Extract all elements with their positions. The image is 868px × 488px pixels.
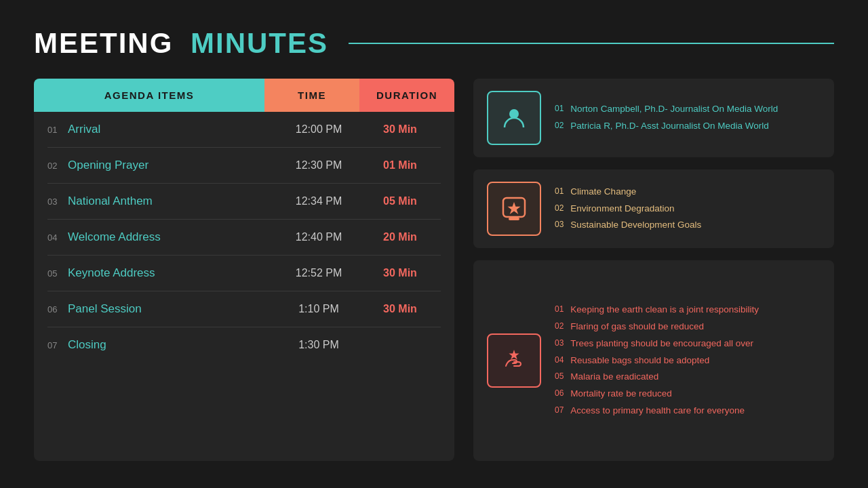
list-number: 03 [555, 220, 564, 229]
row-number: 07 [47, 340, 68, 350]
col-duration: DURATION [359, 79, 454, 112]
row-duration: 05 Min [359, 195, 441, 207]
card-recommendations: 01 Keeping the earth clean is a joint re… [473, 260, 834, 461]
row-duration: 20 Min [359, 231, 441, 243]
list-text: Sustainable Development Goals [570, 219, 701, 232]
list-number: 02 [555, 203, 564, 213]
recommendation-icon-box [487, 333, 541, 388]
agenda-body: 01 Arrival 12:00 PM 30 Min 02 Opening Pr… [34, 112, 454, 363]
svg-marker-2 [508, 202, 521, 214]
row-duration: 01 Min [359, 159, 441, 171]
header-line [349, 43, 834, 44]
topic-icon-box [487, 182, 541, 236]
list-text: Reusable bags should be adopted [570, 354, 709, 367]
list-text: Norton Campbell, Ph.D- Journalist On Med… [570, 103, 778, 116]
journalist-icon-box [487, 91, 541, 145]
list-number: 02 [555, 321, 564, 331]
row-time: 12:00 PM [278, 123, 359, 136]
card1-content: 01 Norton Campbell, Ph.D- Journalist On … [555, 103, 821, 133]
list-item: 04 Reusable bags should be adopted [555, 354, 821, 367]
row-number: 04 [47, 232, 68, 243]
list-number: 04 [555, 355, 564, 365]
main-content: AGENDA ITEMS TIME DURATION 01 Arrival 12… [34, 79, 834, 461]
list-item: 02 Patricia R, Ph.D- Asst Journalist On … [555, 120, 821, 133]
card2-content: 01 Climate Change 02 Environment Degrada… [555, 186, 821, 232]
person-icon [500, 104, 528, 131]
hand-star-icon [500, 347, 528, 374]
row-duration: 30 Min [359, 303, 441, 315]
card3-content: 01 Keeping the earth clean is a joint re… [555, 304, 821, 418]
row-item-name: National Anthem [68, 195, 278, 208]
title-teal: MINUTES [191, 27, 328, 59]
col-agenda-items: AGENDA ITEMS [34, 79, 264, 112]
list-item: 01 Keeping the earth clean is a joint re… [555, 304, 821, 317]
row-item-name: Welcome Address [68, 230, 278, 244]
row-item-name: Keynote Address [68, 266, 278, 280]
row-time: 12:52 PM [278, 267, 359, 279]
row-time: 12:34 PM [278, 195, 359, 207]
list-text: Climate Change [570, 186, 636, 199]
list-number: 05 [555, 371, 564, 381]
col-time: TIME [264, 79, 359, 112]
list-item: 03 Trees planting should be encouraged a… [555, 338, 821, 350]
table-row: 03 National Anthem 12:34 PM 05 Min [47, 184, 441, 220]
page-title: MEETING MINUTES [34, 27, 328, 60]
list-number: 01 [555, 104, 564, 113]
list-text: Patricia R, Ph.D- Asst Journalist On Med… [570, 120, 768, 133]
row-number: 01 [47, 125, 68, 135]
table-row: 04 Welcome Address 12:40 PM 20 Min [47, 220, 441, 256]
list-item: 06 Mortality rate be reduced [555, 388, 821, 401]
svg-rect-3 [509, 218, 519, 220]
card-topics: 01 Climate Change 02 Environment Degrada… [473, 169, 834, 248]
agenda-panel: AGENDA ITEMS TIME DURATION 01 Arrival 12… [34, 79, 454, 461]
row-time: 1:10 PM [278, 303, 359, 315]
list-number: 07 [555, 405, 564, 415]
list-number: 01 [555, 304, 564, 314]
row-item-name: Closing [68, 338, 278, 352]
row-duration: 30 Min [359, 267, 441, 279]
list-item: 03 Sustainable Development Goals [555, 219, 821, 232]
list-text: Trees planting should be encouraged all … [570, 338, 753, 350]
table-row: 01 Arrival 12:00 PM 30 Min [47, 112, 441, 148]
list-item: 05 Malaria be eradicated [555, 371, 821, 384]
right-panel: 01 Norton Campbell, Ph.D- Journalist On … [473, 79, 834, 461]
list-text: Mortality rate be reduced [570, 388, 671, 401]
list-item: 01 Norton Campbell, Ph.D- Journalist On … [555, 103, 821, 116]
list-text: Flaring of gas should be reduced [570, 321, 704, 333]
table-row: 02 Opening Prayer 12:30 PM 01 Min [47, 148, 441, 184]
row-number: 02 [47, 161, 68, 171]
row-item-name: Arrival [68, 123, 278, 136]
table-row: 06 Panel Session 1:10 PM 30 Min [47, 291, 441, 327]
card-journalists: 01 Norton Campbell, Ph.D- Journalist On … [473, 79, 834, 157]
list-item: 02 Flaring of gas should be reduced [555, 321, 821, 333]
table-row: 05 Keynote Address 12:52 PM 30 Min [47, 256, 441, 291]
row-item-name: Opening Prayer [68, 159, 278, 172]
row-time: 12:30 PM [278, 159, 359, 171]
list-number: 03 [555, 338, 564, 348]
list-item: 01 Climate Change [555, 186, 821, 199]
list-number: 01 [555, 186, 564, 196]
page-header: MEETING MINUTES [34, 27, 834, 60]
row-time: 1:30 PM [278, 339, 359, 351]
row-time: 12:40 PM [278, 231, 359, 243]
row-duration: 30 Min [359, 123, 441, 136]
list-text: Access to primary health care for everyo… [570, 405, 745, 418]
list-text: Environment Degradation [570, 203, 674, 216]
row-number: 05 [47, 268, 68, 279]
list-text: Malaria be eradicated [570, 371, 658, 384]
star-speech-icon [500, 195, 528, 222]
list-item: 07 Access to primary health care for eve… [555, 405, 821, 418]
svg-marker-4 [509, 350, 519, 360]
list-number: 06 [555, 388, 564, 398]
row-item-name: Panel Session [68, 302, 278, 316]
list-text: Keeping the earth clean is a joint respo… [570, 304, 759, 317]
list-item: 02 Environment Degradation [555, 203, 821, 216]
row-number: 06 [47, 304, 68, 314]
title-white: MEETING [34, 27, 173, 59]
table-row: 07 Closing 1:30 PM [47, 327, 441, 363]
row-number: 03 [47, 197, 68, 207]
list-number: 02 [555, 121, 564, 130]
agenda-header: AGENDA ITEMS TIME DURATION [34, 79, 454, 112]
